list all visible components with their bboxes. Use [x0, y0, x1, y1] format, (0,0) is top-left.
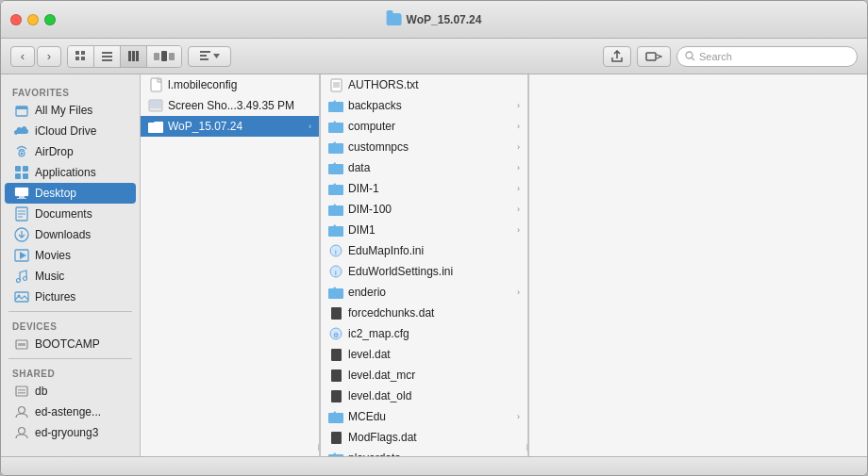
sidebar-item-airdrop[interactable]: AirDrop: [5, 141, 136, 162]
file-item[interactable]: forcedchunks.dat: [321, 303, 527, 323]
sidebar-item-desktop[interactable]: Desktop: [5, 183, 136, 204]
desktop-icon: [14, 186, 29, 201]
sidebar-item-label: db: [35, 385, 47, 398]
svg-rect-17: [646, 53, 656, 60]
edit-button[interactable]: [637, 46, 671, 67]
file-item[interactable]: DIM1 ›: [321, 220, 527, 240]
file-name: playerdata: [348, 451, 512, 456]
nav-buttons: ‹ ›: [10, 46, 61, 67]
svg-rect-4: [102, 52, 112, 54]
minimize-button[interactable]: [27, 14, 39, 25]
title-folder-icon: [387, 13, 402, 25]
file-name: l.mobileconfig: [168, 78, 311, 91]
forward-button[interactable]: ›: [37, 46, 61, 67]
maximize-button[interactable]: [44, 14, 56, 25]
file-item[interactable]: level.dat_mcr: [321, 365, 527, 386]
svg-text:i: i: [335, 269, 337, 277]
status-bar: [1, 456, 867, 475]
column-divider-2: ⁞: [528, 74, 529, 456]
file-item[interactable]: DIM-1 ›: [321, 178, 527, 199]
sidebar-item-applications[interactable]: Applications: [5, 162, 136, 183]
svg-rect-5: [102, 56, 112, 57]
sidebar-item-label: Downloads: [35, 228, 91, 241]
chevron-icon: ›: [517, 453, 520, 456]
chevron-icon: ›: [517, 412, 520, 421]
file-name: AUTHORS.txt: [348, 78, 520, 91]
toolbar: ‹ › Se: [1, 39, 867, 74]
svg-rect-13: [200, 51, 210, 53]
sidebar-item-label: ed-gryoung3: [35, 426, 98, 439]
sidebar-item-label: ed-astenge...: [35, 405, 101, 419]
file-item[interactable]: level.dat: [321, 344, 527, 365]
svg-point-38: [17, 279, 21, 283]
svg-rect-7: [128, 51, 131, 61]
finder-window: WoP_15.07.24 ‹ ›: [0, 0, 868, 476]
file-name: EduWorldSettings.ini: [348, 265, 520, 278]
sidebar-item-music[interactable]: Music: [5, 266, 136, 287]
chevron-icon: ›: [517, 122, 520, 131]
arrange-button[interactable]: [188, 46, 231, 67]
sidebar-item-bootcamp[interactable]: BOOTCAMP: [5, 334, 136, 354]
file-item[interactable]: playerdata ›: [321, 448, 527, 456]
dat-icon: [328, 368, 343, 383]
file-item[interactable]: customnpcs ›: [321, 137, 527, 157]
column-view-button[interactable]: [121, 46, 147, 67]
file-item[interactable]: MCEdu ›: [321, 406, 527, 427]
svg-rect-30: [17, 198, 26, 199]
svg-point-18: [686, 52, 693, 58]
sidebar-item-movies[interactable]: Movies: [5, 245, 136, 266]
chevron-icon: ›: [517, 287, 520, 297]
list-view-button[interactable]: [94, 46, 121, 67]
file-item[interactable]: computer ›: [321, 116, 527, 137]
sidebar-item-ed-gryoung3[interactable]: ed-gryoung3: [5, 422, 136, 443]
file-item[interactable]: backpacks ›: [321, 95, 527, 116]
file-item[interactable]: DIM-100 ›: [321, 199, 527, 220]
traffic-lights: [10, 14, 56, 25]
file-item[interactable]: ⚙ ic2_map.cfg: [321, 323, 527, 344]
sidebar-item-pictures[interactable]: Pictures: [5, 287, 136, 307]
file-item[interactable]: i EduMapInfo.ini: [321, 240, 527, 261]
sidebar-item-all-my-files[interactable]: All My Files: [5, 100, 136, 121]
ini-icon: i: [328, 243, 343, 258]
svg-rect-45: [18, 389, 25, 391]
file-item[interactable]: i EduWorldSettings.ini: [321, 261, 527, 282]
svg-text:⚙: ⚙: [333, 332, 339, 338]
sidebar-item-label: BOOTCAMP: [35, 337, 100, 351]
coverflow-view-button[interactable]: [147, 46, 181, 67]
file-item[interactable]: data ›: [321, 157, 527, 178]
file-item[interactable]: Screen Sho...3.49.35 PM: [141, 95, 319, 116]
file-item[interactable]: ModFlags.dat: [321, 427, 527, 448]
db-icon: [14, 384, 29, 399]
chevron-icon: ›: [517, 184, 520, 193]
chevron-icon: ›: [309, 122, 311, 131]
svg-rect-52: [331, 79, 342, 91]
sidebar: Favorites All My Files iCloud Drive AirD…: [1, 74, 141, 456]
icon-view-button[interactable]: [68, 46, 94, 67]
sidebar-item-downloads[interactable]: Downloads: [5, 224, 136, 245]
file-item[interactable]: AUTHORS.txt: [321, 74, 527, 95]
file-item[interactable]: WoP_15.07.24 ›: [141, 116, 319, 137]
ini-icon: i: [328, 264, 343, 279]
search-box[interactable]: Search: [676, 46, 858, 67]
file-name: level.dat: [348, 348, 520, 361]
sidebar-item-label: Applications: [35, 166, 96, 179]
file-item[interactable]: level.dat_old: [321, 386, 527, 406]
file-item[interactable]: enderio ›: [321, 282, 527, 303]
search-placeholder: Search: [699, 51, 732, 62]
svg-rect-43: [18, 343, 25, 346]
folder-icon: [328, 222, 343, 238]
sidebar-item-icloud-drive[interactable]: iCloud Drive: [5, 121, 136, 141]
chevron-icon: ›: [517, 101, 520, 110]
file-name: MCEdu: [348, 410, 512, 423]
file-item[interactable]: l.mobileconfig: [141, 74, 319, 95]
dat-icon: [328, 305, 343, 320]
folder-icon: [328, 140, 343, 155]
share-button[interactable]: [603, 46, 631, 67]
sidebar-divider-2: [8, 358, 132, 359]
sidebar-item-ed-astenge[interactable]: ed-astenge...: [5, 402, 136, 422]
dat-icon: [328, 388, 343, 403]
sidebar-item-documents[interactable]: Documents: [5, 204, 136, 224]
sidebar-item-db[interactable]: db: [5, 381, 136, 402]
back-button[interactable]: ‹: [10, 46, 35, 67]
close-button[interactable]: [10, 14, 22, 25]
